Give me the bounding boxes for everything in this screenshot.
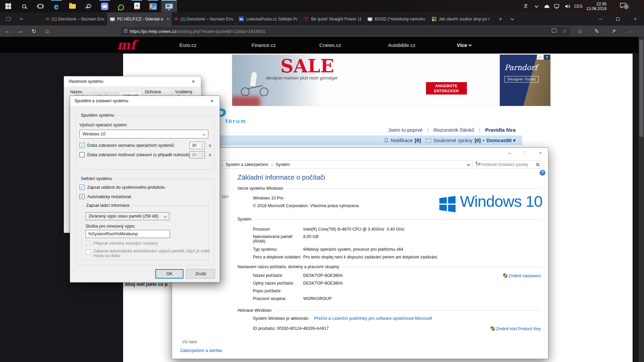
taskbar-nvidia-button[interactable] <box>113 0 129 12</box>
tray-onedrive-button[interactable] <box>544 0 550 12</box>
checkbox-checked[interactable]: ✓ <box>79 143 85 148</box>
tab-seznam-email-1[interactable]: ✉ (1) Doručené – Seznam Ema <box>43 12 107 25</box>
nav-link-autobible[interactable]: Autobible.cz <box>388 42 416 48</box>
close-button[interactable]: × <box>533 148 548 158</box>
tab-list-chevron[interactable] <box>507 12 517 25</box>
nav-link-more[interactable]: Více <box>457 42 471 48</box>
os-list-seconds-stepper[interactable]: 30 ▲▼ <box>190 142 205 149</box>
close-button[interactable]: × <box>186 76 201 86</box>
search-icon[interactable] <box>536 163 539 166</box>
dump-type-select[interactable]: Zkrácený výpis stavu paměti (256 kB) <box>86 212 169 220</box>
envelope-icon <box>426 138 431 142</box>
security-maintenance-link[interactable]: Zabezpečení a údržba <box>180 348 222 353</box>
favorite-star-icon[interactable]: ☆ <box>562 28 567 34</box>
refresh-icon[interactable]: ↻ <box>28 27 40 36</box>
breadcrumb[interactable]: Ovládací panely › Systém a zabezpečení ›… <box>178 160 473 169</box>
taskbar-document-app-button[interactable]: A <box>129 0 145 12</box>
tab-leteckaposta[interactable]: ká LeteckaPosta.cz Sdílejte Pos <box>236 12 301 25</box>
default-os-select[interactable]: Windows 10 <box>79 130 208 138</box>
start-button[interactable] <box>0 0 16 12</box>
checkbox-checked[interactable]: ✓ <box>79 185 85 190</box>
nav-link-cnews[interactable]: Cnews.cz <box>319 42 341 48</box>
link-forum-rules[interactable]: Pravidla fóra <box>485 127 516 133</box>
stepper-arrows[interactable]: ▲▼ <box>200 142 205 149</box>
dump-folder-input[interactable]: %SystemRoot%\Minidump <box>86 230 170 238</box>
page-scrollbar[interactable] <box>639 37 644 362</box>
chevron-down-icon[interactable] <box>467 163 470 166</box>
tray-clock-button[interactable]: 22:35 13.06.2019 <box>586 0 606 12</box>
taskbar-edge-button[interactable]: e <box>48 0 64 12</box>
breadcrumb-item[interactable]: Systém a zabezpečení <box>226 162 268 167</box>
tab-bsod[interactable]: BSOD (*minidump nemohu <box>365 12 429 25</box>
link-first-time[interactable]: Jsem tu poprvé <box>388 127 423 133</box>
reading-view-icon[interactable] <box>552 28 556 33</box>
tab-czc[interactable]: CZC.cz Be quiet! Straight Power 11 <box>301 12 365 25</box>
taskbar-steam-button[interactable] <box>80 0 97 12</box>
breadcrumb-item[interactable]: Systém <box>276 162 290 167</box>
home-icon[interactable]: ⌂ <box>42 27 53 36</box>
license-terms-link[interactable]: Přečíst si Licenční podmínky pro softwar… <box>314 316 432 321</box>
taskbar-system-properties-button[interactable] <box>161 0 177 12</box>
ok-button[interactable]: OK <box>155 269 183 279</box>
mf-logo[interactable]: mf <box>117 38 136 52</box>
annotate-pen-icon[interactable]: ✎ <box>591 27 602 36</box>
tray-volume-button[interactable] <box>565 0 571 12</box>
tray-language-button[interactable]: CES <box>574 0 583 12</box>
nav-link-finance[interactable]: Finance.cz <box>252 42 276 48</box>
recovery-seconds-stepper-disabled: 30 ▲▼ <box>190 151 205 159</box>
checkbox-checked[interactable]: ✓ <box>79 194 85 199</box>
back-icon[interactable]: ← <box>2 27 13 36</box>
action-center-button[interactable]: 5 <box>620 0 626 12</box>
ad-cta-button[interactable]: ANGEBOTEENTDECKEN <box>426 82 467 95</box>
more-menu-icon[interactable]: ··· <box>626 27 637 36</box>
change-settings-link[interactable]: Změnit nastavení <box>503 273 541 278</box>
close-tab-icon[interactable]: × <box>166 16 169 21</box>
forward-icon[interactable]: → <box>15 27 26 36</box>
checkbox-unchecked[interactable] <box>79 152 85 157</box>
search-box[interactable]: Prohledat Ovládací panely <box>477 160 542 169</box>
copyright: © 2018 Microsoft Corporation. Všechna pr… <box>253 203 421 208</box>
new-tab-button[interactable]: + <box>496 12 505 25</box>
set-tabs-aside-button[interactable]: ⇤ <box>17 12 27 25</box>
taskbar-search-button[interactable] <box>16 0 32 12</box>
taskbar-discord-button[interactable] <box>97 0 113 12</box>
browser-maximize-button[interactable] <box>609 12 627 25</box>
forum-header-links: Jsem tu poprvé | Rozcestník článků | Pra… <box>388 127 516 133</box>
tray-network-button[interactable] <box>554 0 560 12</box>
browser-close-button[interactable]: × <box>627 12 644 25</box>
tab-google-dmp[interactable]: Jak otevřít soubor dmp po r <box>429 12 494 25</box>
messages-label[interactable]: Soukromé zprávy <box>433 137 473 143</box>
link-articles[interactable]: Rozcestník článků <box>433 127 474 133</box>
close-button[interactable]: × <box>205 96 220 106</box>
share-icon[interactable]: ↗ <box>608 27 619 36</box>
section-version: Verze systému Windows <box>237 186 541 191</box>
favorites-hub-icon[interactable]: ☆ <box>574 27 586 36</box>
tab-seznam-email-2[interactable]: ✉ (1) Doručené – Seznam Ema <box>172 12 236 25</box>
tab-pchelp-active[interactable]: PC-HELP.CZ - Odeslat o × <box>107 12 172 25</box>
change-product-key-link[interactable]: Změnit kód Product Key <box>491 326 541 331</box>
ad-close-button[interactable]: ✕ <box>544 55 550 60</box>
cancel-button[interactable]: Zrušit <box>186 269 215 279</box>
left-nav-link-fragment[interactable]: upu <box>222 194 229 199</box>
unit-label: s <box>209 143 211 148</box>
adchoices-icon[interactable]: ▷ <box>537 55 544 60</box>
tray-overflow-button[interactable] <box>535 0 537 12</box>
browser-minimize-button[interactable]: ─ <box>592 12 609 25</box>
notifications-label[interactable]: Notifikace <box>391 137 413 143</box>
taskbar-mail-app-button[interactable] <box>145 0 161 12</box>
checkbox-label: Doba zobrazení seznamu operačních systém… <box>87 143 175 148</box>
tab-preview-button[interactable] <box>3 12 13 25</box>
scrollbar-thumb[interactable] <box>639 40 643 137</box>
url-field[interactable]: https://pc-help.cnews.cz/posting.php?mod… <box>121 27 570 36</box>
minimize-button[interactable]: ─ <box>502 148 517 158</box>
help-icon[interactable]: ? <box>540 170 545 176</box>
taskbar-explorer-button[interactable] <box>64 0 80 12</box>
username-menu[interactable]: Domcas90 ▾ <box>486 137 516 143</box>
task-view-button[interactable] <box>32 0 48 12</box>
url-host: https://pc-help.cnews.cz <box>130 29 176 34</box>
maximize-button[interactable] <box>517 148 533 158</box>
nav-link-euro[interactable]: Euro.cz <box>179 42 197 48</box>
ad-banner[interactable]: SALE designer-marken jetzt noch günstige… <box>232 55 550 106</box>
mail-app-icon <box>149 3 157 10</box>
tray-people-button[interactable] <box>523 0 528 12</box>
